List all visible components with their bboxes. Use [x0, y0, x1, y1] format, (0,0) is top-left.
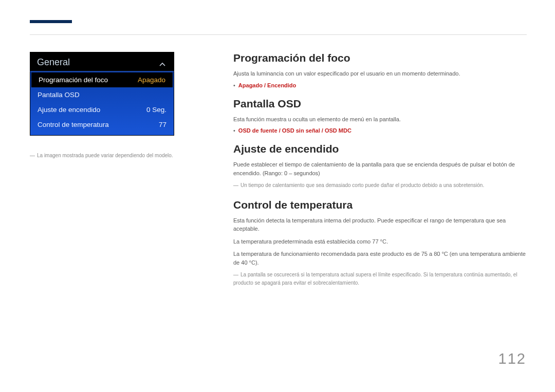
osd-row-value: 0 Seg. — [146, 106, 166, 114]
osd-row-label: Control de temperatura — [38, 121, 109, 128]
osd-row-value: Apagado — [138, 76, 165, 84]
osd-row-label: Pantalla OSD — [38, 91, 80, 99]
image-caption-text: La imagen mostrada puede variar dependie… — [37, 153, 173, 158]
horizontal-rule — [30, 34, 527, 35]
osd-menu-body: Programación del foco Apagado Pantalla O… — [30, 71, 174, 136]
accent-bar — [30, 20, 72, 23]
heading-power: Ajuste de encendido — [233, 143, 527, 155]
para-power-desc: Puede establecer el tiempo de calentamie… — [233, 160, 527, 177]
page-root: General Programación del foco Apagado Pa… — [0, 0, 555, 392]
para-temp-3: La temperatura de funcionamiento recomen… — [233, 250, 527, 267]
osd-row-label: Programación del foco — [39, 76, 108, 84]
heading-temp: Control de temperatura — [233, 199, 527, 211]
page-number: 112 — [498, 350, 526, 367]
content-column: Programación del foco Ajusta la luminanc… — [233, 52, 527, 296]
osd-menu-row-temp[interactable]: Control de temperatura 77 — [30, 117, 174, 132]
osd-menu-title: General — [30, 52, 174, 71]
note-power-text: Un tiempo de calentamiento que sea demas… — [240, 182, 484, 188]
para-focus-desc: Ajusta la luminancia con un valor especi… — [233, 69, 527, 78]
options-focus: •Apagado / Encendido — [233, 82, 527, 88]
image-caption: ―La imagen mostrada puede variar dependi… — [30, 153, 173, 158]
chevron-up-icon — [159, 60, 166, 67]
heading-focus: Programación del foco — [233, 52, 527, 64]
osd-menu: General Programación del foco Apagado Pa… — [30, 52, 174, 136]
para-osd-desc: Esta función muestra u oculta un element… — [233, 115, 527, 124]
osd-menu-row-focus[interactable]: Programación del foco Apagado — [31, 72, 173, 87]
note-power: ―Un tiempo de calentamiento que sea dema… — [233, 181, 527, 190]
osd-menu-title-text: General — [37, 57, 70, 67]
osd-row-label: Ajuste de encendido — [38, 106, 100, 114]
note-temp: ―La pantalla se oscurecerá si la tempera… — [233, 271, 527, 287]
para-temp-1: Esta función detecta la temperatura inte… — [233, 216, 527, 233]
osd-menu-row-power[interactable]: Ajuste de encendido 0 Seg. — [30, 102, 174, 117]
options-osd: •OSD de fuente / OSD sin señal / OSD MDC — [233, 127, 527, 134]
para-temp-2: La temperatura predeterminada está estab… — [233, 237, 527, 246]
heading-osd: Pantalla OSD — [233, 98, 527, 110]
note-temp-text: La pantalla se oscurecerá si la temperat… — [233, 272, 517, 286]
osd-row-value: 77 — [159, 121, 166, 128]
options-osd-text: OSD de fuente / OSD sin señal / OSD MDC — [238, 127, 351, 134]
options-focus-text: Apagado / Encendido — [238, 82, 296, 88]
osd-menu-row-osd[interactable]: Pantalla OSD — [30, 87, 174, 102]
